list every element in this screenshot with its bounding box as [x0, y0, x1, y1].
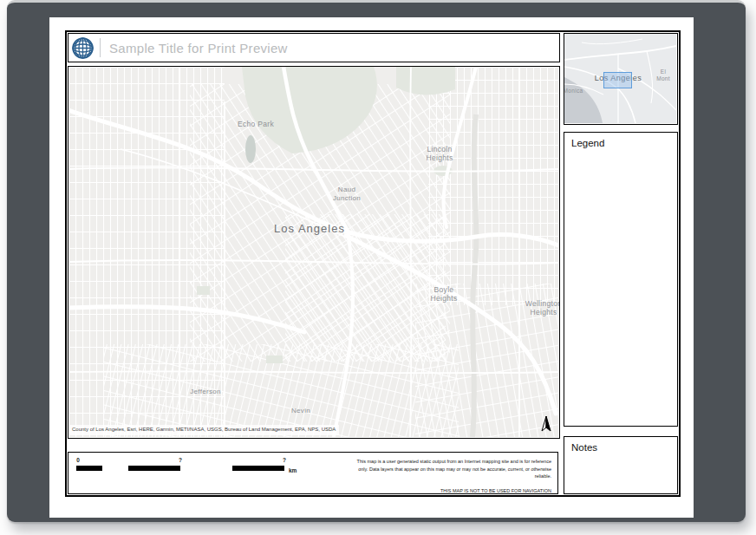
- title-divider: [100, 38, 101, 57]
- street-map-graphic: [68, 67, 558, 437]
- legend-box: Legend: [564, 132, 678, 427]
- footer-box: 0 ? ? km This map is a user generated st…: [68, 452, 558, 494]
- scale-bar-segment: [128, 466, 180, 471]
- scale-bar-ticks: 0 ? ?: [76, 457, 284, 464]
- scale-tick: ?: [179, 457, 182, 463]
- disclaimer-body: This map is a user generated static outp…: [347, 458, 551, 480]
- scale-bar-segment: [102, 466, 128, 471]
- overview-map-box: Los AngelesEl MontMonica: [564, 33, 678, 125]
- globe-icon: [71, 36, 94, 60]
- scale-bar-segments: [76, 466, 284, 471]
- page-title: Sample Title for Print Preview: [109, 41, 288, 55]
- disclaimer: This map is a user generated static outp…: [347, 458, 551, 494]
- legend-title: Legend: [564, 133, 677, 148]
- notes-title: Notes: [564, 437, 677, 453]
- scale-bar-segment: [180, 466, 232, 471]
- scale-bar: 0 ? ? km: [76, 457, 310, 480]
- map-extent-rectangle: [603, 72, 632, 88]
- disclaimer-warning: THIS MAP IS NOT TO BE USED FOR NAVIGATIO…: [347, 487, 551, 495]
- map-box: Echo ParkLincoln HeightsNaud JunctionLos…: [68, 66, 560, 439]
- app-window: Sample Title for Print Preview: [7, 0, 746, 522]
- map-canvas: Echo ParkLincoln HeightsNaud JunctionLos…: [68, 67, 559, 438]
- scale-bar-segment: [76, 466, 102, 471]
- print-layout-frame: Sample Title for Print Preview: [65, 30, 681, 497]
- attribution-text: County of Los Angeles, Esri, HERE, Garmi…: [68, 425, 339, 435]
- scale-bar-segment: [232, 466, 284, 471]
- north-arrow-icon: [540, 415, 552, 433]
- scale-unit-label: km: [289, 467, 297, 473]
- title-box: Sample Title for Print Preview: [68, 33, 560, 62]
- scale-tick: ?: [283, 457, 286, 463]
- notes-box: Notes: [564, 436, 678, 494]
- print-preview-page: Sample Title for Print Preview: [49, 17, 694, 518]
- scale-tick: 0: [76, 457, 80, 463]
